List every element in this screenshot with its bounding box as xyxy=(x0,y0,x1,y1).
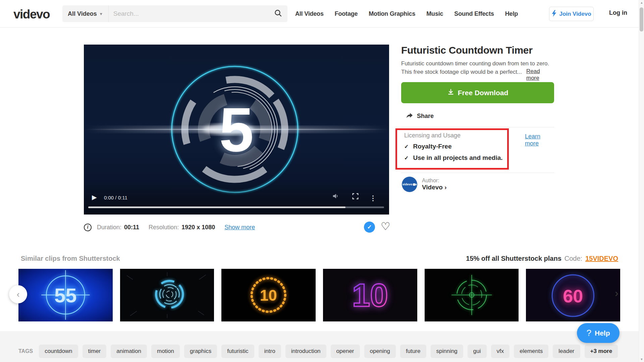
carousel-previous-button[interactable]: ‹ xyxy=(9,285,27,303)
duration-label: Duration: xyxy=(97,224,121,231)
tag-introduction[interactable]: introduction xyxy=(285,345,326,358)
licensing-heading: Licensing and Usage xyxy=(404,132,461,139)
share-icon xyxy=(406,112,413,120)
help-button[interactable]: ? Help xyxy=(577,323,620,343)
search-category-dropdown[interactable]: All Videos ▾ xyxy=(62,5,108,22)
similar-clips-carousel: 55 10 xyxy=(18,269,620,321)
author-label: Author: xyxy=(422,178,447,184)
licensing-item-use-all: ✓ Use in all projects and media. xyxy=(404,154,503,162)
tag-motion[interactable]: motion xyxy=(151,345,180,358)
player-time: 0:00 / 0:11 xyxy=(104,195,127,200)
camera-icon xyxy=(413,181,417,187)
tag-timer[interactable]: timer xyxy=(83,345,107,358)
check-icon: ✓ xyxy=(404,143,409,150)
author-name-link[interactable]: Videvo › xyxy=(422,184,447,191)
resolution-label: Resolution: xyxy=(149,224,179,231)
tag-vfx[interactable]: vfx xyxy=(491,345,510,358)
free-download-label: Free Download xyxy=(458,89,508,97)
tags-row: TAGS countdown timer animation motion gr… xyxy=(18,345,618,358)
info-icon[interactable]: i xyxy=(84,224,92,231)
author-name: Videvo xyxy=(422,184,443,191)
tag-animation[interactable]: animation xyxy=(111,345,147,358)
tag-leader[interactable]: leader xyxy=(553,345,580,358)
search-button[interactable] xyxy=(269,5,287,22)
tag-opener[interactable]: opener xyxy=(331,345,360,358)
clip-description-line2: This free stock footage clip would be a … xyxy=(401,69,522,75)
login-link[interactable]: Log in xyxy=(609,9,627,16)
videvo-logo[interactable]: videvo xyxy=(13,7,50,21)
carousel-next-button[interactable]: › xyxy=(615,287,619,299)
search-bar: All Videos ▾ xyxy=(62,5,287,22)
duration-value: 00:11 xyxy=(124,224,139,231)
show-more-link[interactable]: Show more xyxy=(224,224,255,231)
tag-elements[interactable]: elements xyxy=(514,345,548,358)
download-icon xyxy=(447,88,454,97)
licensing-item-label: Royalty-Free xyxy=(413,143,451,150)
avatar-logo-text: videvo xyxy=(402,183,413,186)
verified-check-icon[interactable]: ✓ xyxy=(364,222,375,233)
thumbnail-neon-gradient-countdown[interactable]: 10 xyxy=(323,269,417,321)
similar-clips-heading: Similar clips from Shutterstock xyxy=(21,255,120,262)
tag-gui[interactable]: gui xyxy=(468,345,487,358)
licensing-item-royalty-free: ✓ Royalty-Free xyxy=(404,143,452,150)
video-player[interactable]: 5 ▶ 0:00 / 0:11 ⋮ xyxy=(84,45,389,215)
resolution-value: 644 x 362 xyxy=(181,224,215,231)
nav-music[interactable]: Music xyxy=(426,10,443,17)
chevron-down-icon: ▾ xyxy=(100,11,102,16)
learn-more-link[interactable]: Learn more xyxy=(525,133,554,147)
tags-more-button[interactable]: +3 more xyxy=(585,345,618,358)
read-more-link[interactable]: Read more xyxy=(526,68,554,81)
question-mark-icon: ? xyxy=(587,328,591,338)
tags-label: TAGS xyxy=(18,348,33,354)
promo-code-link[interactable]: 15VIDEVO xyxy=(585,255,618,262)
tag-countdown[interactable]: countdown xyxy=(39,345,78,358)
thumbnail-number: 60 xyxy=(563,286,583,306)
progress-fill xyxy=(88,206,345,208)
thumbnail-green-crosshair-timer[interactable] xyxy=(425,269,519,321)
nav-motion-graphics[interactable]: Motion Graphics xyxy=(369,10,415,17)
share-button[interactable]: Share xyxy=(406,112,434,120)
help-label: Help xyxy=(595,329,610,337)
shutterstock-promo: 15% off all Shutterstock plans Code: 15V… xyxy=(466,255,618,262)
check-icon: ✓ xyxy=(404,155,409,161)
tag-intro[interactable]: intro xyxy=(259,345,281,358)
player-menu-icon[interactable]: ⋮ xyxy=(370,194,376,202)
join-videvo-label: Join Videvo xyxy=(559,11,591,17)
fullscreen-icon[interactable] xyxy=(352,193,359,201)
clip-description-line1: Futuristic countdown timer counting down… xyxy=(401,60,549,67)
scrollbar-thumb[interactable] xyxy=(640,7,643,32)
nav-footage[interactable]: Footage xyxy=(335,10,358,17)
tag-spinning[interactable]: spinning xyxy=(431,345,463,358)
nav-sound-effects[interactable]: Sound Effects xyxy=(454,10,494,17)
thumbnail-blue-crosshair-countdown[interactable]: 55 xyxy=(18,269,113,321)
join-videvo-button[interactable]: Join Videvo xyxy=(549,7,594,21)
mute-icon[interactable] xyxy=(332,192,339,201)
scrollbar-up-icon[interactable]: ▲ xyxy=(639,0,644,5)
search-icon xyxy=(274,9,282,18)
promo-code-label: Code: xyxy=(565,255,582,262)
nav-help[interactable]: Help xyxy=(505,10,518,17)
share-label: Share xyxy=(417,113,434,120)
thumbnail-number: 10 xyxy=(260,287,277,304)
tag-futuristic[interactable]: futuristic xyxy=(221,345,254,358)
play-icon[interactable]: ▶ xyxy=(92,193,97,201)
lightning-bolt-icon xyxy=(551,10,557,18)
scrollbar-down-icon[interactable]: ▼ xyxy=(639,357,644,362)
clip-title: Futuristic Countdown Timer xyxy=(401,45,533,56)
nav-all-videos[interactable]: All Videos xyxy=(295,10,324,17)
favorite-heart-icon[interactable]: ♡ xyxy=(381,220,390,233)
author-avatar[interactable]: videvo xyxy=(402,177,417,192)
page-scrollbar[interactable]: ▲ ▼ xyxy=(639,0,644,362)
tag-graphics[interactable]: graphics xyxy=(184,345,217,358)
thumbnail-number: 55 xyxy=(54,284,77,307)
tag-future[interactable]: future xyxy=(400,345,426,358)
thumbnail-orange-dotted-countdown[interactable]: 10 xyxy=(221,269,316,321)
thumbnail-neon-pink-countdown[interactable]: 60 xyxy=(526,269,620,321)
thumbnail-blue-hud-rings[interactable] xyxy=(120,269,214,321)
free-download-button[interactable]: Free Download xyxy=(401,82,554,103)
thumbnail-number: 10 xyxy=(352,277,388,313)
search-input[interactable] xyxy=(109,5,269,22)
promo-text: 15% off all Shutterstock plans xyxy=(466,255,561,262)
tag-opening[interactable]: opening xyxy=(364,345,396,358)
progress-bar[interactable] xyxy=(88,206,384,208)
